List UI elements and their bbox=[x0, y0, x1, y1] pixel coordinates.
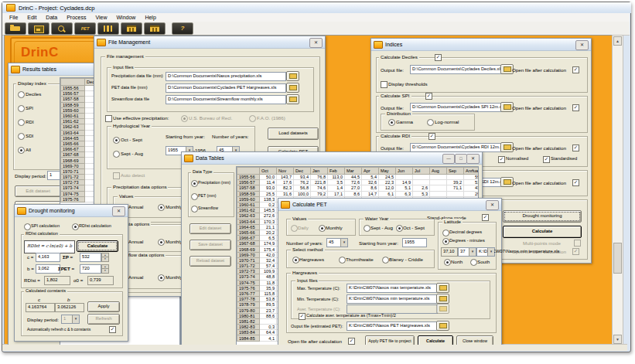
b-input[interactable]: 3,062 bbox=[36, 264, 60, 274]
close-icon[interactable]: ✕ bbox=[486, 200, 499, 210]
file-management-titlebar[interactable]: File Management bbox=[94, 36, 325, 49]
radio-hargreaves[interactable] bbox=[292, 257, 299, 264]
degrees-select[interactable]: 37 bbox=[458, 247, 476, 257]
min-temp-browse-button[interactable] bbox=[436, 294, 449, 304]
pet-file-input[interactable]: D:\Common Documents\Cyclades PET Hargrea… bbox=[166, 83, 286, 93]
menu-edit[interactable]: Edit bbox=[22, 15, 41, 20]
stream-browse-button[interactable] bbox=[286, 94, 299, 104]
precip-file-input[interactable]: D:\Common Documents\Naxos precipitation.… bbox=[166, 72, 286, 81]
menu-data[interactable]: Data bbox=[41, 15, 62, 20]
radio-stream-monthly[interactable] bbox=[158, 274, 165, 281]
radio-sept-aug[interactable] bbox=[364, 225, 370, 232]
radio-rdist-calculation[interactable] bbox=[72, 223, 79, 230]
deciles-output-input[interactable]: D:\Common Documents\Cyclades Deciles.xls bbox=[410, 65, 502, 74]
display-period-select[interactable]: 1 bbox=[61, 315, 80, 324]
num-years-select[interactable]: 45 bbox=[326, 238, 348, 247]
radio-pet[interactable] bbox=[191, 193, 198, 200]
mdi-vertical-scrollbar[interactable]: ▲ ▼ bbox=[612, 35, 623, 345]
reload-dataset-button[interactable]: Reload dataset bbox=[189, 256, 231, 267]
radio-all[interactable] bbox=[18, 147, 25, 154]
sum-pet-input[interactable]: 720 bbox=[80, 264, 101, 274]
indices-button[interactable] bbox=[97, 22, 119, 35]
radio-oct-sept[interactable] bbox=[396, 225, 403, 232]
edit-dataset-button[interactable]: Edit dataset bbox=[15, 185, 61, 197]
menu-help[interactable]: Help bbox=[140, 15, 160, 20]
display-thresholds-checkbox[interactable] bbox=[381, 81, 387, 88]
load-datasets-button[interactable]: Load datasets bbox=[268, 128, 319, 140]
close-icon[interactable]: ✕ bbox=[575, 40, 589, 50]
start-year-input[interactable]: 1955 bbox=[402, 238, 427, 247]
pet-browse-button[interactable] bbox=[286, 83, 299, 93]
standalone-checkbox[interactable] bbox=[482, 214, 489, 221]
menu-window[interactable]: Window bbox=[111, 15, 140, 20]
sdi-open-after-checkbox[interactable] bbox=[572, 179, 579, 186]
pet-calculate-button[interactable]: Calculate bbox=[418, 335, 453, 345]
drought-monitoring-button[interactable]: Drought monitoring bbox=[503, 210, 582, 223]
standardised-checkbox[interactable] bbox=[543, 156, 550, 163]
radio-monthly[interactable] bbox=[158, 204, 165, 211]
radio-north[interactable] bbox=[444, 259, 451, 266]
close-icon[interactable]: ✕ bbox=[466, 154, 480, 164]
stream-file-input[interactable]: D:\Common Documents\Streamflow monthly.x… bbox=[166, 95, 286, 104]
radio-fao[interactable] bbox=[249, 115, 256, 122]
open-after-checkbox[interactable] bbox=[348, 338, 355, 345]
minimize-icon[interactable]: — bbox=[442, 154, 455, 164]
deciles-open-after-checkbox[interactable] bbox=[572, 66, 579, 73]
preview-button[interactable] bbox=[51, 22, 73, 35]
calculate-pet-button[interactable]: PET bbox=[74, 22, 96, 35]
auto-detect-checkbox[interactable] bbox=[113, 172, 120, 179]
open-project-button[interactable] bbox=[5, 22, 26, 35]
multi-points-checkbox[interactable] bbox=[574, 240, 581, 247]
results-tables-button[interactable] bbox=[144, 22, 166, 35]
grid-scroll-up-icon[interactable]: ▲ bbox=[471, 168, 474, 172]
spi-output-input[interactable]: D:\Common Documents\Cyclades SPI 12m.xls bbox=[410, 103, 502, 112]
output-file-input[interactable]: K:\DrinCW07\Naxos PET Hargreaves.xls bbox=[347, 321, 438, 331]
help-button[interactable]: ? bbox=[172, 22, 193, 35]
close-window-button[interactable]: Close window bbox=[456, 335, 493, 345]
close-icon[interactable]: ✕ bbox=[112, 206, 125, 216]
radio-decimal-degrees[interactable] bbox=[442, 230, 449, 236]
radio-degrees-minutes[interactable] bbox=[442, 238, 449, 245]
effective-precip-checkbox[interactable] bbox=[105, 115, 112, 122]
drought-titlebar[interactable]: Drought monitoring bbox=[15, 205, 128, 217]
menu-file[interactable]: File bbox=[5, 15, 22, 20]
menu-view[interactable]: View bbox=[90, 15, 111, 20]
c-input[interactable]: 4,163 bbox=[36, 253, 60, 262]
radio-rdi[interactable] bbox=[18, 119, 25, 126]
maximize-icon[interactable]: □ bbox=[455, 154, 467, 164]
scroll-thumb[interactable] bbox=[613, 243, 622, 274]
minutes-select[interactable]: K:\DrinCW07\Naxos min temperature.xls bbox=[476, 247, 495, 257]
data-tables-titlebar[interactable]: Data Tables bbox=[182, 152, 482, 165]
calc-deciles-checkbox[interactable] bbox=[435, 54, 442, 61]
aver-temp-browse-button[interactable] bbox=[436, 304, 449, 314]
save-dataset-button[interactable]: Save dataset bbox=[189, 240, 231, 250]
save-project-button[interactable] bbox=[28, 22, 50, 35]
sum-p-input[interactable]: 532 bbox=[80, 253, 101, 262]
radio-pet-monthly[interactable] bbox=[158, 239, 165, 246]
aver-temp-checkbox[interactable] bbox=[299, 313, 306, 320]
precip-browse-button[interactable] bbox=[286, 71, 299, 81]
min-temp-input[interactable]: K:\DrinCW07\Naxos min temperature.xls bbox=[347, 294, 438, 304]
apply-button[interactable]: Apply bbox=[87, 301, 120, 312]
radio-oct-sept[interactable] bbox=[113, 137, 120, 144]
app-titlebar[interactable]: DrinC - Project: Cyclades.dcp bbox=[2, 2, 631, 13]
radio-sept-aug[interactable] bbox=[113, 151, 120, 158]
radio-spi-calculation[interactable] bbox=[24, 223, 31, 230]
radio-precipitation[interactable] bbox=[191, 180, 198, 187]
auto-refresh-checkbox[interactable] bbox=[109, 326, 116, 333]
sum-p-spinner[interactable]: ▴▾ bbox=[101, 253, 108, 260]
menu-process[interactable]: Process bbox=[62, 15, 90, 20]
close-icon[interactable]: ✕ bbox=[309, 38, 323, 48]
radio-lognormal[interactable] bbox=[427, 119, 434, 126]
calc-spi-checkbox[interactable] bbox=[425, 93, 432, 100]
radio-streamflow[interactable] bbox=[191, 206, 198, 213]
normalised-checkbox[interactable] bbox=[498, 156, 505, 163]
radio-usbr[interactable] bbox=[181, 115, 188, 122]
radio-monthly[interactable] bbox=[319, 225, 326, 232]
indices-titlebar[interactable]: Indices bbox=[371, 39, 591, 51]
data-tables-button[interactable] bbox=[121, 22, 142, 35]
calculate-pet-titlebar[interactable]: Calculate PET bbox=[278, 199, 501, 211]
radio-blaney[interactable] bbox=[382, 257, 389, 264]
sum-pet-spinner[interactable]: ▴▾ bbox=[101, 264, 108, 272]
radio-gamma[interactable] bbox=[388, 119, 395, 126]
